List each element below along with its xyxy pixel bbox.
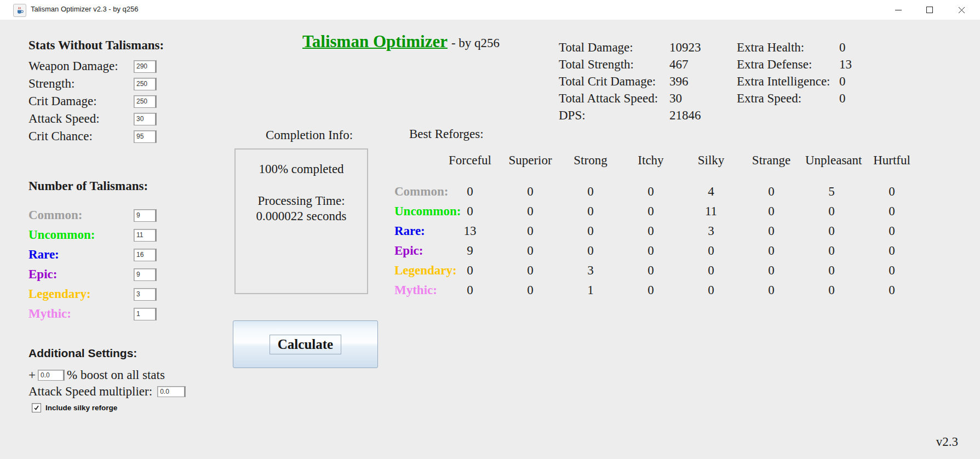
- reforge-cell: 0: [745, 224, 805, 238]
- boost-row: + % boost on all stats: [28, 368, 165, 382]
- best-reforges-table: ForcefulSuperiorStrongItchySilkyStrangeU…: [394, 153, 926, 300]
- minimize-icon: [895, 10, 902, 10]
- reforge-cell: 3: [564, 263, 624, 278]
- strength-input[interactable]: [134, 78, 157, 90]
- processing-time-value: 0.000022 seconds: [236, 209, 367, 224]
- legendary-label: Legendary:: [28, 287, 91, 301]
- reforge-cell: 0: [504, 244, 564, 258]
- boost-percent-input[interactable]: [38, 370, 65, 381]
- window-title: Talisman Optimizer v2.3 - by q256: [31, 5, 139, 13]
- reforge-cell: 0: [504, 185, 564, 199]
- crit-damage-input[interactable]: [134, 95, 157, 108]
- dps-label: DPS:: [559, 108, 586, 123]
- reforge-cell: 0: [685, 263, 745, 278]
- boost-suffix: % boost on all stats: [67, 368, 165, 382]
- reforge-cell: 0: [745, 263, 805, 278]
- maximize-button[interactable]: [916, 0, 943, 20]
- epic-count-input[interactable]: [134, 268, 157, 281]
- rare-label: Rare:: [28, 248, 59, 262]
- total-damage-label: Total Damage:: [559, 41, 633, 55]
- epic-label: Epic:: [28, 267, 57, 282]
- processing-time-label: Processing Time:: [236, 193, 367, 209]
- completion-info-box: 100% completed Processing Time: 0.000022…: [234, 148, 368, 294]
- rare-count-input[interactable]: [134, 249, 157, 261]
- total-strength-label: Total Strength:: [559, 58, 634, 72]
- extra-intelligence-row: Extra Intelligence: 0: [737, 74, 868, 89]
- total-crit-damage-label: Total Crit Damage:: [559, 74, 656, 89]
- silky-reforge-label: Include silky reforge: [45, 404, 117, 412]
- reforge-cell: 3: [685, 224, 745, 238]
- reforge-cell: 0: [866, 263, 926, 278]
- uncommon-count-row: Uncommon:: [28, 228, 157, 242]
- reforge-cell: 0: [504, 204, 564, 219]
- extra-speed-value: 0: [839, 91, 846, 106]
- reforge-cell: 0: [805, 283, 866, 297]
- reforge-cell: 0: [745, 283, 805, 297]
- reforge-cell: 5: [805, 185, 866, 199]
- crit-damage-row: Crit Damage:: [28, 94, 157, 108]
- crit-chance-row: Crit Chance:: [28, 129, 157, 144]
- weapon-damage-input[interactable]: [134, 60, 157, 73]
- extra-defense-label: Extra Defense:: [737, 58, 812, 72]
- reforge-column-superior: Superior: [504, 153, 564, 168]
- reforge-cell: 13: [444, 224, 504, 238]
- total-attack-speed-value: 30: [669, 91, 682, 106]
- boost-prefix: +: [28, 368, 36, 382]
- reforge-cell: 0: [805, 204, 866, 219]
- reforge-cell: 9: [444, 244, 504, 258]
- extra-defense-value: 13: [839, 58, 852, 72]
- reforge-column-silky: Silky: [685, 153, 745, 168]
- extra-health-value: 0: [839, 41, 846, 55]
- mythic-count-input[interactable]: [134, 308, 157, 320]
- reforge-cell: 0: [866, 283, 926, 297]
- reforge-cell: 0: [564, 185, 624, 199]
- total-damage-value: 10923: [669, 41, 701, 55]
- stats-heading: Stats Without Talismans:: [28, 38, 164, 53]
- weapon-damage-label: Weapon Damage:: [28, 59, 118, 73]
- reforge-row-epic: Epic:90000000: [394, 241, 926, 261]
- extra-speed-label: Extra Speed:: [737, 91, 801, 106]
- reforge-cell: 0: [444, 263, 504, 278]
- attack-speed-multiplier-input[interactable]: [157, 386, 186, 397]
- attack-speed-multiplier-label: Attack Speed multiplier:: [28, 385, 152, 399]
- reforge-column-strong: Strong: [564, 153, 624, 168]
- extra-health-row: Extra Health: 0: [737, 41, 868, 55]
- app-window: Talisman Optimizer v2.3 - by q256 Stats …: [0, 0, 980, 459]
- legendary-count-input[interactable]: [134, 288, 157, 301]
- uncommon-count-input[interactable]: [134, 229, 157, 242]
- extra-defense-row: Extra Defense: 13: [737, 58, 868, 72]
- silky-reforge-checkbox[interactable]: [32, 403, 41, 412]
- reforge-cell: 0: [866, 204, 926, 219]
- epic-count-row: Epic:: [28, 267, 157, 282]
- reforge-cell: 0: [624, 224, 685, 238]
- reforge-cell: 0: [624, 204, 685, 219]
- total-damage-row: Total Damage: 10923: [559, 41, 718, 55]
- reforge-column-forceful: Forceful: [444, 153, 504, 168]
- extra-speed-row: Extra Speed: 0: [737, 91, 868, 106]
- page-title-byline: - by q256: [451, 36, 500, 50]
- common-count-input[interactable]: [134, 209, 157, 222]
- main-panel: Stats Without Talismans: Weapon Damage: …: [0, 20, 980, 459]
- close-button[interactable]: [948, 0, 975, 20]
- calculate-button[interactable]: Calculate: [233, 320, 378, 368]
- reforge-cell: 0: [444, 283, 504, 297]
- reforge-row-label: Common:: [394, 185, 444, 199]
- reforge-cell: 0: [564, 224, 624, 238]
- reforge-cell: 0: [564, 204, 624, 219]
- reforge-cell: 0: [504, 263, 564, 278]
- extra-intelligence-label: Extra Intelligence:: [737, 74, 830, 89]
- reforge-column-strange: Strange: [745, 153, 805, 168]
- crit-chance-label: Crit Chance:: [28, 129, 93, 144]
- reforge-cell: 0: [685, 283, 745, 297]
- dps-value: 21846: [669, 108, 701, 123]
- attack-speed-input[interactable]: [134, 113, 157, 125]
- common-label: Common:: [28, 208, 82, 222]
- page-title: Talisman Optimizer - by q256: [302, 32, 500, 51]
- crit-chance-input[interactable]: [134, 130, 157, 143]
- reforge-row-label: Epic:: [394, 244, 444, 258]
- minimize-button[interactable]: [885, 0, 912, 20]
- version-label: v2.3: [936, 435, 958, 449]
- reforge-cell: 0: [745, 244, 805, 258]
- reforge-cell: 0: [564, 244, 624, 258]
- reforge-row-common: Common:00004050: [394, 182, 926, 202]
